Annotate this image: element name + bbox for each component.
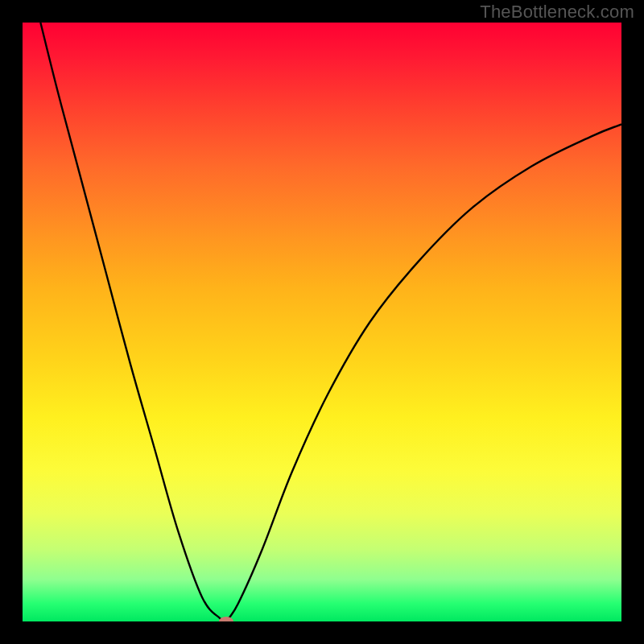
chart-frame: TheBottleneck.com (0, 0, 644, 644)
bottleneck-curve (23, 23, 621, 621)
minimum-marker (219, 617, 233, 621)
plot-area (23, 23, 621, 621)
watermark-label: TheBottleneck.com (480, 2, 634, 23)
